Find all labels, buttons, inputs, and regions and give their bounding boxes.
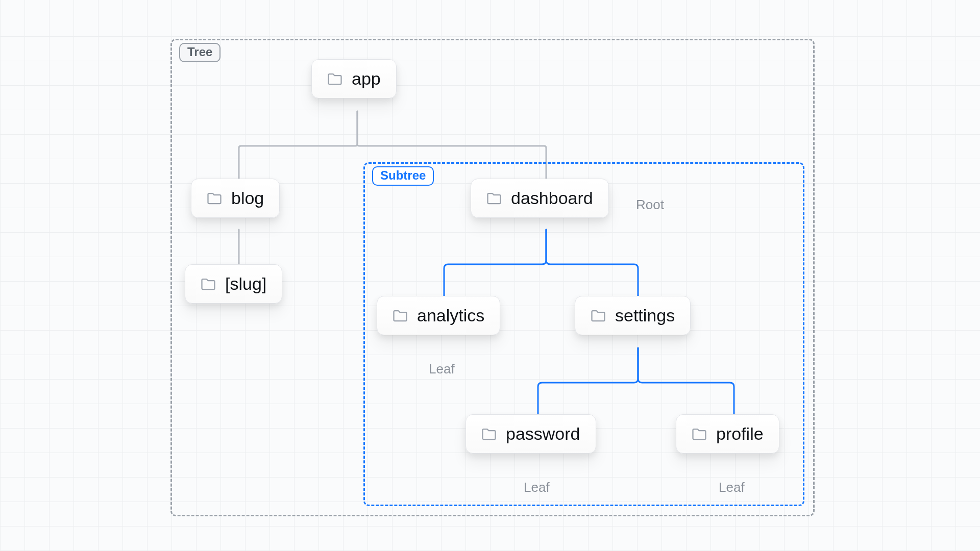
node-dashboard: dashboard: [471, 179, 609, 218]
node-password: password: [465, 414, 596, 454]
node-profile: profile: [676, 414, 779, 454]
diagram-canvas: Tree Subtree app blog [slug] dashboard a…: [0, 0, 980, 551]
annotation-leaf-password: Leaf: [524, 480, 550, 495]
node-label: settings: [615, 306, 675, 325]
node-label: dashboard: [511, 188, 593, 208]
node-analytics: analytics: [377, 296, 500, 335]
node-label: blog: [231, 188, 264, 208]
folder-icon: [692, 428, 707, 441]
node-label: [slug]: [225, 274, 266, 294]
annotation-root: Root: [636, 197, 664, 213]
folder-icon: [201, 278, 216, 291]
annotation-leaf-analytics: Leaf: [429, 361, 455, 377]
folder-icon: [591, 309, 606, 322]
folder-icon: [207, 192, 222, 205]
annotation-leaf-profile: Leaf: [719, 480, 745, 495]
node-slug: [slug]: [185, 264, 282, 304]
node-settings: settings: [575, 296, 691, 335]
subtree-region-label: Subtree: [372, 166, 434, 186]
folder-icon: [393, 309, 408, 322]
node-blog: blog: [191, 179, 280, 218]
node-label: analytics: [417, 306, 484, 325]
folder-icon: [327, 72, 342, 86]
folder-icon: [481, 428, 497, 441]
folder-icon: [486, 192, 502, 205]
node-app: app: [311, 59, 397, 98]
tree-region-label: Tree: [179, 43, 220, 62]
node-label: profile: [716, 424, 764, 444]
node-label: app: [352, 69, 381, 89]
node-label: password: [506, 424, 580, 444]
